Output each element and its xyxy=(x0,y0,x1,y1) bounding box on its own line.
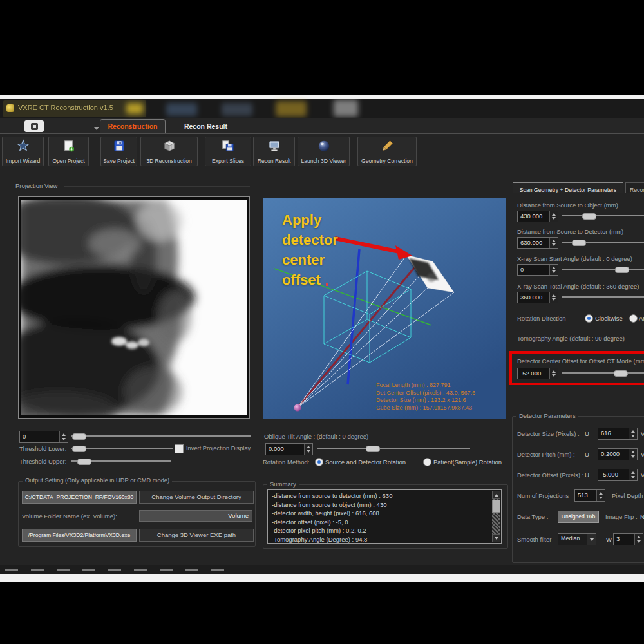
rotation-method-patient-radio[interactable] xyxy=(423,458,431,466)
slider-track xyxy=(71,435,251,437)
num-projections-label: Num of Projections xyxy=(517,492,569,499)
threshold-upper-slider[interactable] xyxy=(71,457,171,466)
detector-offset-label: Detector Offset (Pixels) : xyxy=(517,471,583,478)
slider-handle[interactable] xyxy=(614,370,628,377)
threshold-lower-slider[interactable] xyxy=(71,444,173,453)
stat-line: Detector Size (mm) : 123.2 x 121.6 xyxy=(376,397,475,404)
slider-handle[interactable] xyxy=(72,446,86,452)
sphere-icon xyxy=(317,139,331,153)
scroll-up-icon[interactable] xyxy=(492,491,500,499)
dsd-spinner[interactable]: 630.000 xyxy=(517,237,558,249)
change-volume-output-directory-button[interactable]: Change Volume Output Directory xyxy=(139,491,254,504)
frame-index-spinner[interactable]: 0 xyxy=(19,431,68,443)
start-angle-slider[interactable] xyxy=(562,265,644,274)
u-axis-label: U xyxy=(585,430,589,437)
rotation-method-source-detector-label: Source and Detector Rotation xyxy=(325,459,406,466)
spinner-arrows[interactable] xyxy=(549,238,558,248)
viewer-exe-path-field[interactable]: /Program Files/VX3D2/PlatformVX3D.exe xyxy=(22,529,137,542)
detector-center-offset-spinner[interactable]: -52.000 xyxy=(517,368,558,379)
floppy-disk-icon xyxy=(112,139,126,153)
rotation-method-source-detector-radio[interactable] xyxy=(315,458,323,466)
image-flip-value: No xyxy=(640,513,644,520)
data-type-value-field[interactable]: Unsigned 16b xyxy=(558,511,599,523)
recon-settings-tab[interactable]: Recon xyxy=(625,182,644,193)
toolbar-button-3d-reconstruction[interactable]: 3D Reconstruction xyxy=(140,137,198,166)
export-disk-icon xyxy=(221,139,235,153)
tab-overflow-arrow-icon[interactable] xyxy=(94,127,99,130)
slider-handle[interactable] xyxy=(366,446,380,452)
slider-handle[interactable] xyxy=(77,459,91,465)
spinner-arrows[interactable] xyxy=(549,265,558,275)
u-axis-label: U xyxy=(585,471,589,478)
dso-slider[interactable] xyxy=(562,211,644,220)
annotation-line: center xyxy=(282,250,338,270)
dsd-slider[interactable] xyxy=(562,238,644,247)
slider-track xyxy=(562,296,644,298)
spinner-arrows[interactable] xyxy=(596,490,605,501)
spinner-arrows[interactable] xyxy=(629,428,637,439)
tab-reconstruction[interactable]: Reconstruction xyxy=(100,119,166,133)
geometry-3d-view[interactable]: Apply detector center offset Focal Lengt… xyxy=(263,198,506,419)
report-tool-button[interactable] xyxy=(24,120,44,132)
toolbar-button-launch-3d-viewer[interactable]: Launch 3D Viewer xyxy=(298,137,350,166)
v-axis-label: V xyxy=(641,471,644,478)
num-projections-spinner[interactable]: 513 xyxy=(574,489,605,502)
slider-handle[interactable] xyxy=(72,433,86,440)
toolbar-button-open-project[interactable]: Open Project xyxy=(48,137,89,166)
start-angle-spinner[interactable]: 0 xyxy=(517,264,558,276)
smooth-filter-dropdown[interactable]: Median xyxy=(558,533,596,545)
volume-output-dir-field[interactable]: C:/CTDATA_PROJECTION_RF/FOV160x80 xyxy=(22,491,137,504)
slider-handle[interactable] xyxy=(582,213,596,220)
total-angle-slider[interactable] xyxy=(562,292,644,301)
change-3d-viewer-exe-path-button[interactable]: Change 3D Viewer EXE path xyxy=(139,529,254,542)
total-angle-spinner[interactable]: 360.000 xyxy=(517,292,558,303)
scan-geometry-tab-label: Scan Geometry + Detector Parameters xyxy=(520,187,616,193)
scroll-down-icon[interactable] xyxy=(492,534,500,542)
invert-projection-checkbox[interactable] xyxy=(175,444,184,453)
spinner-arrows[interactable] xyxy=(549,368,558,379)
scan-geometry-tab[interactable]: Scan Geometry + Detector Parameters xyxy=(513,182,623,193)
xray-projection-image[interactable] xyxy=(21,200,247,415)
slider-handle[interactable] xyxy=(572,240,586,246)
total-angle-value: 360.000 xyxy=(518,292,549,303)
toolbar-button-save-project[interactable]: Save Project xyxy=(100,137,137,166)
taskbar-dash xyxy=(134,569,147,571)
spinner-arrows[interactable] xyxy=(629,469,637,480)
dso-spinner[interactable]: 430.000 xyxy=(517,211,558,222)
spinner-arrows[interactable] xyxy=(634,534,643,545)
rotation-anticlockwise-radio[interactable] xyxy=(629,314,638,323)
w-spinner[interactable]: 3 xyxy=(613,533,643,545)
tab-recon-result[interactable]: Recon Result xyxy=(169,119,243,133)
spinner-arrows[interactable] xyxy=(304,444,312,455)
oblique-tilt-label: Oblique Tilt Angle : (default : 0 degree… xyxy=(264,433,368,440)
toolbar-button-import-wizard[interactable]: Import Wizard xyxy=(2,137,44,166)
detector-size-u-spinner[interactable]: 616 xyxy=(598,428,638,440)
dropdown-arrow-icon[interactable] xyxy=(587,534,596,545)
oblique-tilt-slider[interactable] xyxy=(317,444,470,453)
summary-line: -detector width, height (pixel) : 616, 6… xyxy=(272,509,489,518)
toolbar-label: 3D Reconstruction xyxy=(146,158,192,164)
scroll-thumb[interactable] xyxy=(492,500,500,513)
frame-slider[interactable] xyxy=(71,431,251,440)
taskbar-dash xyxy=(160,569,173,571)
summary-scrollbar[interactable] xyxy=(492,491,500,542)
spinner-arrows[interactable] xyxy=(549,292,558,303)
detector-pitch-u-spinner[interactable]: 0.2000 xyxy=(598,448,638,460)
geometry-overlay-stats: Focal Length (mm) : 827.791 Det Center O… xyxy=(376,382,475,412)
slider-handle[interactable] xyxy=(615,267,629,273)
invert-projection-label: Invert Projection Display xyxy=(186,445,251,451)
spinner-arrows[interactable] xyxy=(59,431,68,442)
volume-folder-name-input[interactable]: Volume xyxy=(139,510,252,522)
toolbar-button-recon-result[interactable]: Recon Result xyxy=(253,137,295,166)
toolbar-button-export-slices[interactable]: Export Slices xyxy=(205,137,251,166)
toolbar-button-geometry-correction[interactable]: Geometry Correction xyxy=(357,137,417,166)
slider-track xyxy=(562,215,644,216)
spinner-arrows[interactable] xyxy=(629,449,637,460)
summary-listbox[interactable]: -distance from source to detector (mm) :… xyxy=(267,489,502,544)
rotation-clockwise-radio[interactable] xyxy=(585,314,593,323)
detector-center-offset-slider[interactable] xyxy=(562,368,644,377)
detector-offset-u-spinner[interactable]: -5.000 xyxy=(598,469,638,481)
app-icon xyxy=(6,104,14,112)
oblique-tilt-spinner[interactable]: 0.000 xyxy=(265,443,313,455)
spinner-arrows[interactable] xyxy=(549,211,558,222)
